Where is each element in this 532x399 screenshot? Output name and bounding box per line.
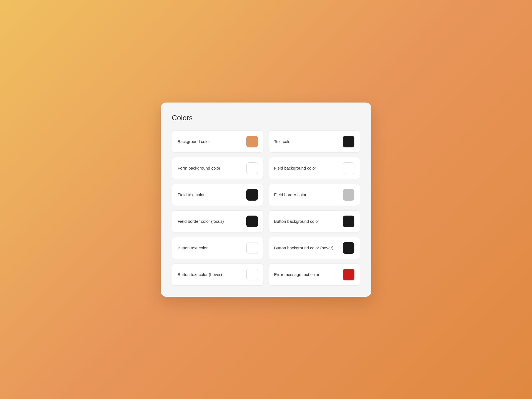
color-swatch xyxy=(343,242,354,254)
color-card[interactable]: Error message text color xyxy=(268,264,360,286)
color-swatch xyxy=(246,136,258,147)
color-card[interactable]: Field border color xyxy=(268,184,360,206)
color-label: Error message text color xyxy=(274,272,319,277)
color-label: Text color xyxy=(274,139,292,144)
color-label: Background color xyxy=(178,139,210,144)
color-card[interactable]: Form background color xyxy=(172,157,264,179)
color-card[interactable]: Field border color (focus) xyxy=(172,210,264,232)
color-label: Field background color xyxy=(274,166,316,170)
color-label: Button background color (hover) xyxy=(274,245,333,250)
color-label: Form background color xyxy=(178,166,220,170)
panel-title: Colors xyxy=(172,114,360,122)
color-card[interactable]: Button text color (hover) xyxy=(172,264,264,286)
color-card[interactable]: Text color xyxy=(268,131,360,153)
color-card[interactable]: Button background color (hover) xyxy=(268,237,360,259)
colors-panel: Colors Background colorText colorForm ba… xyxy=(161,103,371,297)
color-grid: Background colorText colorForm backgroun… xyxy=(172,131,360,286)
color-swatch xyxy=(343,136,354,147)
color-card[interactable]: Button text color xyxy=(172,237,264,259)
color-label: Button background color xyxy=(274,219,319,224)
color-swatch xyxy=(246,242,258,254)
color-swatch xyxy=(246,189,258,201)
color-swatch xyxy=(343,189,354,201)
color-swatch xyxy=(343,216,354,227)
color-card[interactable]: Button background color xyxy=(268,210,360,232)
color-card[interactable]: Field text color xyxy=(172,184,264,206)
color-swatch xyxy=(343,269,354,280)
color-swatch xyxy=(246,269,258,280)
color-swatch xyxy=(343,162,354,174)
color-label: Field text color xyxy=(178,192,205,197)
color-card[interactable]: Field background color xyxy=(268,157,360,179)
color-card[interactable]: Background color xyxy=(172,131,264,153)
color-swatch xyxy=(246,216,258,227)
color-swatch xyxy=(246,162,258,174)
color-label: Button text color (hover) xyxy=(178,272,222,277)
color-label: Button text color xyxy=(178,245,208,250)
color-label: Field border color (focus) xyxy=(178,219,224,224)
color-label: Field border color xyxy=(274,192,306,197)
